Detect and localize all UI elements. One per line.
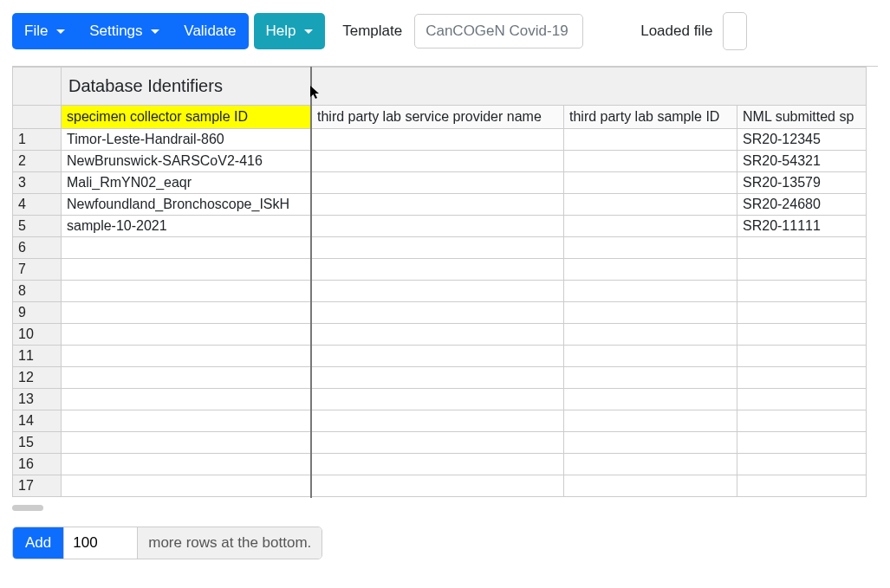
- row-number-cell[interactable]: 7: [13, 259, 62, 281]
- cell[interactable]: [564, 237, 737, 259]
- cell[interactable]: [62, 281, 312, 302]
- cell[interactable]: [564, 454, 737, 475]
- row-number-cell[interactable]: 12: [13, 367, 62, 389]
- row-number-cell[interactable]: 15: [13, 432, 62, 454]
- row-number-cell[interactable]: 2: [13, 151, 62, 172]
- cell[interactable]: [564, 432, 737, 454]
- cell[interactable]: [312, 194, 564, 216]
- cell[interactable]: [564, 324, 737, 346]
- cell[interactable]: [312, 367, 564, 389]
- corner-cell[interactable]: [13, 68, 62, 106]
- row-number-cell[interactable]: 9: [13, 302, 62, 324]
- spreadsheet[interactable]: Database Identifiers specimen collector …: [12, 66, 878, 503]
- row-number-cell[interactable]: 5: [13, 216, 62, 237]
- cell[interactable]: [737, 432, 867, 454]
- cell[interactable]: [312, 237, 564, 259]
- cell[interactable]: [737, 346, 867, 367]
- cell[interactable]: [564, 410, 737, 432]
- cell[interactable]: [62, 302, 312, 324]
- cell[interactable]: [312, 281, 564, 302]
- cell[interactable]: [312, 410, 564, 432]
- column-header[interactable]: third party lab service provider name: [312, 106, 564, 129]
- cell[interactable]: [737, 302, 867, 324]
- cell[interactable]: [312, 216, 564, 237]
- cell[interactable]: [62, 432, 312, 454]
- cell[interactable]: [564, 129, 737, 151]
- rows-count-input[interactable]: [63, 527, 138, 559]
- rownum-header[interactable]: [13, 106, 62, 129]
- row-number-cell[interactable]: 17: [13, 475, 62, 497]
- cell[interactable]: [564, 389, 737, 410]
- cell[interactable]: [737, 454, 867, 475]
- cell[interactable]: [312, 475, 564, 497]
- cell[interactable]: [564, 475, 737, 497]
- row-number-cell[interactable]: 8: [13, 281, 62, 302]
- cell[interactable]: Timor-Leste-Handrail-860: [62, 129, 312, 151]
- cell[interactable]: [312, 151, 564, 172]
- row-number-cell[interactable]: 11: [13, 346, 62, 367]
- cell[interactable]: [564, 346, 737, 367]
- cell[interactable]: [312, 259, 564, 281]
- cell[interactable]: [62, 346, 312, 367]
- file-menu-button[interactable]: File: [12, 13, 77, 49]
- cell[interactable]: [312, 389, 564, 410]
- cell[interactable]: Mali_RmYN02_eaqr: [62, 172, 312, 194]
- cell[interactable]: [62, 475, 312, 497]
- cell[interactable]: [737, 475, 867, 497]
- cell[interactable]: [62, 454, 312, 475]
- cell[interactable]: [564, 281, 737, 302]
- cell[interactable]: SR20-13579: [737, 172, 867, 194]
- help-menu-button[interactable]: Help: [254, 13, 326, 49]
- cell[interactable]: [564, 194, 737, 216]
- cell[interactable]: NewBrunswick-SARSCoV2-416: [62, 151, 312, 172]
- column-header[interactable]: NML submitted sp: [737, 106, 867, 129]
- cell[interactable]: SR20-24680: [737, 194, 867, 216]
- cell[interactable]: [737, 281, 867, 302]
- row-number-cell[interactable]: 10: [13, 324, 62, 346]
- cell[interactable]: [564, 259, 737, 281]
- add-rows-button[interactable]: Add: [13, 527, 63, 559]
- cell[interactable]: [737, 389, 867, 410]
- cell[interactable]: [737, 324, 867, 346]
- cell[interactable]: [62, 410, 312, 432]
- row-number-cell[interactable]: 16: [13, 454, 62, 475]
- cell[interactable]: [312, 129, 564, 151]
- cell[interactable]: SR20-11111: [737, 216, 867, 237]
- cell[interactable]: [737, 259, 867, 281]
- cell[interactable]: [564, 172, 737, 194]
- cell[interactable]: sample-10-2021: [62, 216, 312, 237]
- cell[interactable]: [312, 432, 564, 454]
- validate-button[interactable]: Validate: [172, 13, 248, 49]
- cell[interactable]: [62, 324, 312, 346]
- horizontal-scrollbar[interactable]: [12, 505, 43, 511]
- cell[interactable]: [312, 302, 564, 324]
- cell[interactable]: [62, 367, 312, 389]
- row-number-cell[interactable]: 6: [13, 237, 62, 259]
- cell[interactable]: [564, 151, 737, 172]
- cell[interactable]: SR20-54321: [737, 151, 867, 172]
- group-header-cell[interactable]: Database Identifiers: [62, 68, 867, 106]
- template-select[interactable]: CanCOGeN Covid-19: [414, 14, 583, 48]
- settings-menu-button[interactable]: Settings: [77, 13, 172, 49]
- cell[interactable]: [62, 237, 312, 259]
- row-number-cell[interactable]: 3: [13, 172, 62, 194]
- cell[interactable]: [62, 259, 312, 281]
- cell[interactable]: Newfoundland_Bronchoscope_ISkH: [62, 194, 312, 216]
- cell[interactable]: [737, 367, 867, 389]
- cell[interactable]: SR20-12345: [737, 129, 867, 151]
- cell[interactable]: [737, 237, 867, 259]
- cell[interactable]: [737, 410, 867, 432]
- cell[interactable]: [564, 302, 737, 324]
- row-number-cell[interactable]: 4: [13, 194, 62, 216]
- cell[interactable]: [62, 389, 312, 410]
- column-header[interactable]: third party lab sample ID: [564, 106, 737, 129]
- cell[interactable]: [564, 216, 737, 237]
- cell[interactable]: [312, 324, 564, 346]
- row-number-cell[interactable]: 13: [13, 389, 62, 410]
- cell[interactable]: [312, 454, 564, 475]
- column-header[interactable]: specimen collector sample ID: [62, 106, 312, 129]
- cell[interactable]: [312, 346, 564, 367]
- cell[interactable]: [312, 172, 564, 194]
- row-number-cell[interactable]: 14: [13, 410, 62, 432]
- cell[interactable]: [564, 367, 737, 389]
